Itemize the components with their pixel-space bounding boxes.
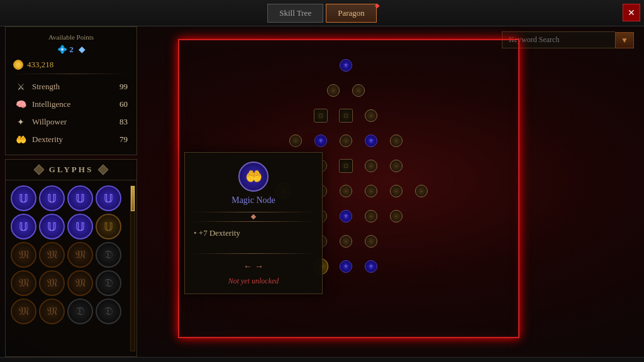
glyphs-diamond-left	[33, 165, 44, 175]
close-button[interactable]: ✕	[623, 4, 640, 21]
glyph-slot-0[interactable]: 𝕌	[11, 185, 36, 211]
strength-icon: ⚔	[14, 80, 27, 93]
glyph-slot-7[interactable]: 𝕌	[96, 214, 121, 239]
tooltip-divider2	[191, 253, 316, 254]
paragon-node-3[interactable]: □	[313, 108, 328, 123]
tooltip-body: +7 Dexterity	[185, 222, 322, 248]
tooltip-header: 🤲 Magic Node	[185, 153, 322, 212]
keyword-search: ▼	[502, 31, 634, 48]
glyph-slot-14[interactable]: 𝔐	[67, 270, 93, 296]
glyph-slot-8[interactable]: 𝔐	[11, 242, 36, 268]
tooltip-locked-text: Not yet unlocked	[185, 273, 322, 293]
main-area: ▼ 🤲 Magic Node +7 Dexterity ← → Not yet …	[143, 26, 639, 357]
strength-value: 99	[109, 82, 128, 92]
tooltip-stat: +7 Dexterity	[194, 228, 313, 238]
paragon-node-29[interactable]: ·	[364, 234, 379, 249]
stat-row-strength: ⚔ Strength 99	[13, 78, 129, 96]
paragon-node-26[interactable]: ·	[389, 209, 404, 224]
paragon-node-5[interactable]: ·	[364, 108, 379, 123]
tooltip-arrow-row: ← →	[185, 259, 322, 273]
willpower-value: 83	[109, 117, 128, 127]
intelligence-label: Intelligence	[32, 99, 104, 109]
blue-gem-icon: 💠	[57, 45, 67, 55]
paragon-node-0[interactable]: ⚜	[338, 58, 353, 73]
willpower-icon: ✦	[14, 116, 27, 128]
glyph-slot-13[interactable]: 𝔐	[39, 270, 65, 296]
paragon-node-8[interactable]: ·	[338, 133, 353, 148]
paragon-node-32[interactable]: ⚜	[364, 259, 379, 274]
paragon-node-9[interactable]: ⚜	[364, 133, 379, 148]
tab-paragon[interactable]: Paragon	[326, 4, 377, 23]
stat-row-intelligence: 🧠 Intelligence 60	[13, 96, 129, 113]
glyphs-header: GLYPHS	[6, 160, 136, 180]
gold-row: 433,218	[13, 60, 129, 70]
glyph-slot-11[interactable]: 𝔇	[96, 242, 121, 268]
paragon-node-14[interactable]: ·	[364, 158, 379, 173]
glyph-slot-5[interactable]: 𝕌	[39, 214, 65, 239]
glyph-slot-18[interactable]: 𝔇	[67, 299, 93, 324]
glyph-slot-10[interactable]: 𝔐	[67, 242, 93, 268]
scrollbar-track[interactable]	[130, 185, 135, 351]
strength-label: Strength	[32, 82, 104, 92]
glyph-slot-12[interactable]: 𝔐	[11, 270, 36, 296]
gold-amount: 433,218	[27, 60, 53, 70]
paragon-node-21[interactable]: ·	[414, 184, 429, 199]
blue-gem: 💠 2	[57, 45, 74, 55]
glyphs-grid-wrapper: 𝕌𝕌𝕌𝕌𝕌𝕌𝕌𝕌𝔐𝔐𝔐𝔇𝔐𝔐𝔐𝔇𝔐𝔐𝔇𝔇	[6, 180, 136, 356]
tooltip-dot	[251, 214, 256, 219]
glyph-slot-17[interactable]: 𝔐	[39, 299, 65, 324]
paragon-node-19[interactable]: ·	[364, 184, 379, 199]
paragon-node-2[interactable]: ·	[351, 83, 366, 98]
diamond-gem-icon: ◆	[79, 45, 85, 55]
glyph-slot-15[interactable]: 𝔇	[96, 270, 121, 296]
stat-row-dexterity: 🤲 Dexterity 79	[13, 131, 129, 148]
paragon-node-15[interactable]: ·	[389, 158, 404, 173]
tooltip-title: Magic Node	[231, 195, 275, 206]
glyphs-title: GLYPHS	[49, 165, 93, 175]
top-bar: Skill Tree Paragon ✕	[0, 0, 644, 26]
glyph-slot-3[interactable]: 𝕌	[96, 185, 121, 211]
paragon-node-24[interactable]: ⚜	[338, 209, 353, 224]
glyph-slot-1[interactable]: 𝕌	[39, 185, 65, 211]
tooltip-arrow-icon: ←	[243, 261, 252, 272]
paragon-node-4[interactable]: □	[338, 108, 353, 123]
paragon-node-25[interactable]: ·	[364, 209, 379, 224]
glyph-slot-2[interactable]: 𝕌	[67, 185, 93, 211]
paragon-node-10[interactable]: ·	[389, 133, 404, 148]
paragon-node-31[interactable]: ⚜	[338, 259, 353, 274]
gold-icon	[13, 60, 23, 70]
diamond-gem: ◆	[79, 45, 85, 55]
tab-skill-tree[interactable]: Skill Tree	[267, 4, 323, 23]
left-panel: Available Points 💠 2 ◆ 433,218 ⚔ Strengt…	[5, 26, 137, 357]
glyph-slot-19[interactable]: 𝔇	[96, 299, 121, 324]
blue-gem-value: 2	[69, 45, 74, 55]
glyphs-box: GLYPHS 𝕌𝕌𝕌𝕌𝕌𝕌𝕌𝕌𝔐𝔐𝔐𝔇𝔐𝔐𝔐𝔇𝔐𝔐𝔇𝔇	[5, 159, 137, 357]
willpower-label: Willpower	[32, 117, 104, 127]
scrollbar-thumb[interactable]	[131, 186, 135, 211]
paragon-node-13[interactable]: □	[338, 158, 353, 173]
paragon-node-6[interactable]: ·	[288, 133, 303, 148]
dexterity-icon: 🤲	[14, 133, 27, 146]
dexterity-label: Dexterity	[32, 134, 104, 145]
divider	[13, 74, 129, 74]
glyphs-grid: 𝕌𝕌𝕌𝕌𝕌𝕌𝕌𝕌𝔐𝔐𝔐𝔇𝔐𝔐𝔐𝔇𝔐𝔐𝔇𝔇	[11, 185, 131, 324]
points-row: 💠 2 ◆	[13, 45, 129, 55]
bottom-bar	[0, 357, 644, 362]
paragon-node-28[interactable]: ·	[338, 234, 353, 249]
paragon-node-7[interactable]: ⚜	[313, 133, 328, 148]
available-points-label: Available Points	[13, 33, 129, 41]
paragon-node-18[interactable]: ·	[338, 184, 353, 199]
paragon-node-20[interactable]: ·	[389, 184, 404, 199]
stat-row-willpower: ✦ Willpower 83	[13, 113, 129, 131]
glyphs-diamond-right	[98, 165, 109, 175]
glyph-slot-4[interactable]: 𝕌	[11, 214, 36, 239]
intelligence-value: 60	[109, 99, 128, 109]
glyph-slot-16[interactable]: 𝔐	[11, 299, 36, 324]
glyph-slot-6[interactable]: 𝕌	[67, 214, 93, 239]
tooltip-arrow-icon2: →	[255, 261, 264, 272]
tooltip-popup: 🤲 Magic Node +7 Dexterity ← → Not yet un…	[184, 152, 323, 294]
stats-box: Available Points 💠 2 ◆ 433,218 ⚔ Strengt…	[5, 26, 137, 155]
glyph-slot-9[interactable]: 𝔐	[39, 242, 65, 268]
search-button[interactable]: ▼	[615, 32, 634, 48]
paragon-node-1[interactable]: ·	[326, 83, 341, 98]
